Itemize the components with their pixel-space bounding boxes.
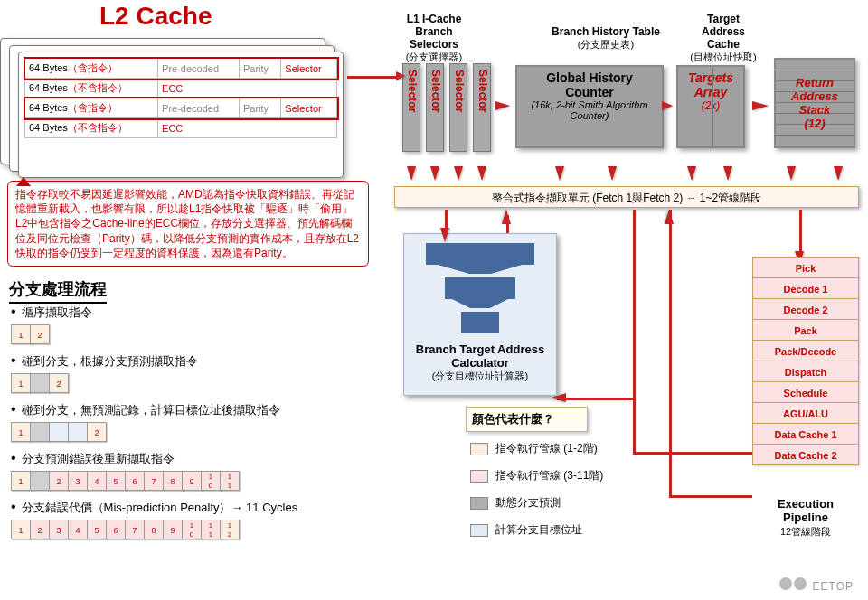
arrow-icon — [396, 71, 405, 80]
legend-item-2: 指令執行管線 (3-11階) — [470, 468, 603, 483]
flow-step-1: •循序擷取指令 12 — [11, 304, 92, 344]
arrow-line — [557, 398, 636, 400]
arrow-line — [633, 210, 636, 399]
arrow-icon — [407, 166, 416, 181]
selector-col-1: Selector — [402, 63, 420, 152]
arrow-icon — [608, 166, 617, 181]
execution-pipeline-caption: ExecutionPipeline 12管線階段 — [750, 497, 861, 539]
arrow-icon — [752, 101, 769, 110]
legend-header: 顏色代表什麼？ — [466, 407, 588, 432]
arrow-icon — [552, 393, 566, 402]
arrow-icon — [687, 166, 696, 181]
tac-title: TargetAddressCache (目標位址快取) — [674, 13, 773, 64]
arrow-line — [633, 398, 636, 454]
bht-title: Branch History Table(分支歷史表) — [542, 25, 669, 52]
arrow-icon — [787, 166, 796, 181]
legend-item-1: 指令執行管線 (1-2階) — [470, 441, 598, 456]
l2-cache-table: 64 Bytes（含指令） Pre-decoded Parity Selecto… — [24, 58, 337, 138]
arrow-icon — [502, 210, 511, 224]
arrow-line — [669, 495, 752, 498]
note-callout: 指令存取較不易因延遲影響效能，AMD認為指令快取資料錯誤、再從記憶體重新載入，也… — [7, 181, 369, 267]
selector-col-4: Selector — [473, 63, 491, 152]
chat-icon — [794, 577, 807, 590]
watermark: EETOP — [779, 577, 854, 593]
arrow-line — [669, 210, 672, 497]
arrow-icon — [454, 166, 463, 181]
arrow-icon — [440, 228, 449, 242]
section-header-branch-flow: 分支處理流程 — [9, 278, 107, 304]
arrow-icon — [662, 101, 673, 110]
branch-selectors-title: L1 I-CacheBranchSelectors (分支選擇器) — [384, 13, 484, 64]
selector-col-2: Selector — [426, 63, 444, 152]
flow-step-5: •分支錯誤代價（Mis-prediction Penalty）→ 11 Cycl… — [11, 499, 297, 539]
flow-step-4: •分支預測錯誤後重新擷取指令 1234567891011 — [11, 450, 239, 491]
flow-step-3: •碰到分支，無預測記錄，計算目標位址後擷取指令 12 — [11, 401, 280, 442]
legend-item-4: 計算分支目標位址 — [470, 522, 582, 538]
return-address-stack-block: ReturnAddressStack(12) — [774, 58, 855, 148]
global-history-counter-block: Global History Counter (16k, 2-bit Smith… — [515, 65, 664, 148]
l2-cache-header: L2 Cache — [99, 2, 212, 31]
arrow-icon — [495, 101, 510, 110]
arrow-line — [633, 452, 752, 455]
arrow-line — [347, 76, 400, 79]
arrow-icon — [834, 166, 843, 181]
targets-array-block: Targets Array (2k) — [676, 65, 745, 148]
arrow-icon — [555, 166, 564, 181]
legend-item-3: 動態分支預測 — [470, 495, 561, 511]
fetch-unit-bar: 整合式指令擷取單元 (Fetch 1與Fetch 2) → 1~2管線階段 — [394, 186, 859, 208]
arrow-icon — [430, 166, 439, 181]
arrow-icon — [665, 210, 674, 224]
arrow-icon — [477, 166, 486, 181]
arrow-icon — [723, 166, 732, 181]
arrow-line — [799, 210, 802, 255]
selector-col-3: Selector — [449, 63, 467, 152]
chat-icon — [779, 577, 792, 590]
flow-step-2: •碰到分支，根據分支預測擷取指令 12 — [11, 352, 198, 393]
execution-pipeline: Pick Decode 1 Decode 2 Pack Pack/Decode … — [752, 257, 859, 464]
btac-block: Branch Target Address Calculator (分支目標位址… — [403, 233, 557, 396]
